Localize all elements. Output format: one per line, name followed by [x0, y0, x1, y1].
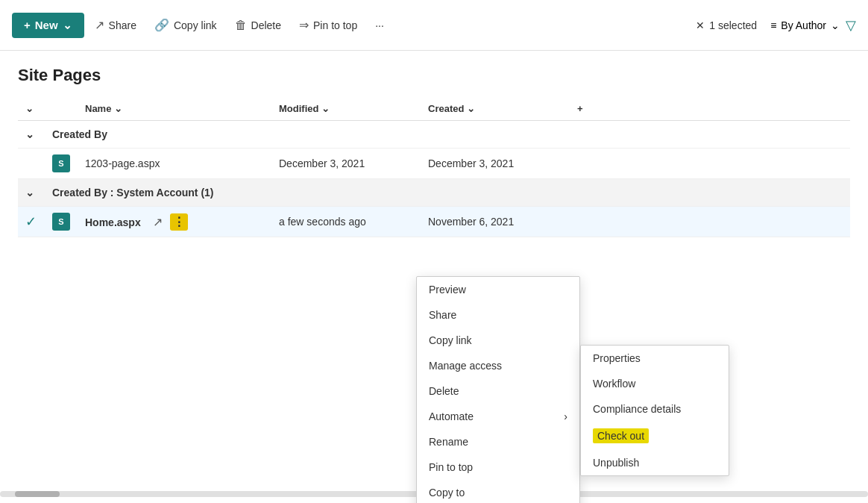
row2-share-button[interactable]: ↗ — [150, 213, 166, 231]
menu-item-manage-access[interactable]: Manage access — [417, 353, 579, 378]
row2-checkbox[interactable]: ✓ — [18, 207, 45, 237]
col-name-sort-icon: ⌄ — [114, 103, 122, 114]
row2-created: November 6, 2021 — [421, 207, 570, 237]
copy-link-label: Copy link — [174, 19, 217, 31]
sort-chevron-icon: ⌄ — [831, 19, 840, 31]
group2-label: Created By : System Account (1) — [45, 179, 850, 207]
row1-modified: December 3, 2021 — [271, 149, 421, 179]
page-title: Site Pages — [18, 66, 850, 85]
row2-file-icon: S — [45, 207, 78, 237]
row2-extra — [570, 207, 850, 237]
group2-expand-icon: ⌄ — [25, 187, 34, 199]
file-table: ⌄ Name ⌄ Modified ⌄ Created ⌄ + — [18, 97, 850, 237]
dropdown-primary-menu: Preview Share Copy link Manage access De… — [416, 276, 580, 503]
close-icon: ✕ — [696, 19, 705, 31]
menu-item-delete[interactable]: Delete — [417, 378, 579, 404]
by-author-label: By Author — [781, 19, 826, 31]
menu-item-check-out[interactable]: Check out — [581, 422, 729, 450]
new-chevron-icon: ⌄ — [63, 19, 72, 32]
menu-item-automate[interactable]: Automate › — [417, 404, 579, 429]
row2-action-icons: ↗ ⋮ — [150, 213, 188, 231]
col-modified-sort-icon: ⌄ — [321, 103, 330, 114]
menu-item-pin-to-top[interactable]: Pin to top — [417, 454, 579, 480]
group1-label: Created By — [45, 121, 850, 149]
menu-item-compliance-details[interactable]: Compliance details — [581, 396, 729, 422]
share-icon: ↗ — [95, 18, 104, 32]
group-header-system-account: ⌄ Created By : System Account (1) — [18, 179, 850, 207]
check-icon: ✓ — [25, 214, 37, 229]
delete-icon: 🗑 — [235, 19, 247, 32]
menu-item-unpublish[interactable]: Unpublish — [581, 450, 729, 475]
main-content: Site Pages ⌄ Name ⌄ Modified ⌄ Created — [0, 51, 868, 252]
menu-item-share[interactable]: Share — [417, 302, 579, 328]
pin-icon: ⇒ — [299, 18, 309, 32]
group1-chevron[interactable]: ⌄ — [18, 121, 45, 149]
row1-name[interactable]: 1203-page.aspx — [78, 149, 271, 179]
row1-file-icon: S — [45, 149, 78, 179]
toolbar-right: ✕ 1 selected ≡ By Author ⌄ ▽ — [688, 15, 856, 36]
share-label: Share — [109, 19, 136, 31]
col-created-label: Created — [428, 103, 464, 114]
delete-button[interactable]: 🗑 Delete — [227, 14, 289, 37]
selected-count-label: 1 selected — [709, 19, 757, 31]
menu-item-copy-link[interactable]: Copy link — [417, 328, 579, 353]
row1-created: December 3, 2021 — [421, 149, 570, 179]
col-check-header[interactable]: ⌄ — [18, 97, 45, 121]
row1-extra — [570, 149, 850, 179]
row2-modified: a few seconds ago — [271, 207, 421, 237]
scroll-thumb[interactable] — [15, 491, 60, 497]
dropdown-secondary-menu: Properties Workflow Compliance details C… — [580, 345, 729, 476]
table-row-selected: ✓ S Home.aspx ↗ ⋮ a few seconds ago Nove… — [18, 207, 850, 237]
table-header-row: ⌄ Name ⌄ Modified ⌄ Created ⌄ + — [18, 97, 850, 121]
more-toolbar-label: ··· — [375, 19, 384, 31]
group1-expand-icon: ⌄ — [25, 128, 34, 140]
row2-filename: Home.aspx — [85, 216, 141, 228]
filter-icon: ▽ — [846, 18, 856, 33]
row1-checkbox[interactable] — [18, 149, 45, 179]
col-name-label: Name — [85, 103, 111, 114]
sort-by-author-button[interactable]: ≡ By Author ⌄ — [770, 19, 840, 31]
delete-label: Delete — [251, 19, 281, 31]
col-modified-label: Modified — [279, 103, 318, 114]
col-created-sort-icon: ⌄ — [467, 103, 475, 114]
filter-button[interactable]: ▽ — [846, 17, 856, 34]
menu-item-workflow[interactable]: Workflow — [581, 371, 729, 396]
copy-link-icon: 🔗 — [154, 18, 169, 32]
col-name-header[interactable]: Name ⌄ — [78, 97, 271, 121]
row2-name[interactable]: Home.aspx ↗ ⋮ — [78, 207, 271, 237]
automate-chevron-icon: › — [564, 410, 567, 422]
table-row: S 1203-page.aspx December 3, 2021 Decemb… — [18, 149, 850, 179]
pin-to-top-button[interactable]: ⇒ Pin to top — [292, 13, 365, 37]
group2-chevron[interactable]: ⌄ — [18, 179, 45, 207]
share-button[interactable]: ↗ Share — [87, 13, 144, 37]
col-icon-header — [45, 97, 78, 121]
menu-item-rename[interactable]: Rename — [417, 429, 579, 454]
new-button[interactable]: + New ⌄ — [12, 13, 84, 38]
menu-lines-icon: ≡ — [770, 19, 776, 31]
col-add-header[interactable]: + — [570, 97, 850, 121]
copy-link-button[interactable]: 🔗 Copy link — [147, 13, 224, 37]
group-header-created-by: ⌄ Created By — [18, 121, 850, 149]
menu-item-preview[interactable]: Preview — [417, 277, 579, 302]
check-out-label-highlighted: Check out — [593, 428, 649, 443]
deselect-button[interactable]: ✕ 1 selected — [688, 15, 764, 36]
plus-icon: + — [24, 19, 31, 31]
menu-item-properties[interactable]: Properties — [581, 346, 729, 371]
col-created-header[interactable]: Created ⌄ — [421, 97, 570, 121]
row2-kebab-button[interactable]: ⋮ — [170, 213, 188, 231]
col-modified-header[interactable]: Modified ⌄ — [271, 97, 421, 121]
pin-to-top-label: Pin to top — [313, 19, 357, 31]
new-label: New — [35, 19, 58, 31]
menu-item-copy-to[interactable]: Copy to — [417, 480, 579, 503]
toolbar: + New ⌄ ↗ Share 🔗 Copy link 🗑 Delete ⇒ P… — [0, 0, 868, 51]
more-toolbar-button[interactable]: ··· — [368, 15, 391, 36]
header-chevron-icon: ⌄ — [25, 103, 34, 114]
